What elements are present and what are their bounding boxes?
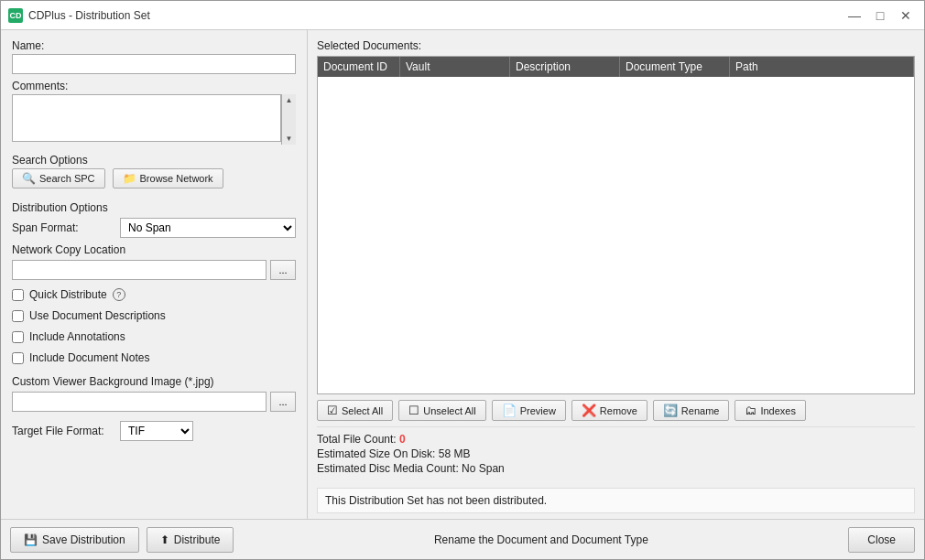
browse-network-icon: 📁: [123, 172, 136, 185]
dist-status-text: This Distribution Set has not been distr…: [325, 494, 547, 507]
select-all-icon: ☑: [327, 404, 338, 417]
indexes-icon: 🗂: [745, 404, 756, 417]
network-copy-input[interactable]: [12, 260, 267, 280]
target-format-select[interactable]: TIF PDF JPG: [120, 421, 193, 441]
quick-distribute-label: Quick Distribute: [29, 288, 107, 301]
search-spc-label: Search SPC: [39, 173, 95, 184]
distribute-label: Distribute: [174, 533, 221, 546]
preview-label: Preview: [520, 405, 556, 416]
distribute-icon: ⬆: [160, 533, 169, 546]
unselect-all-label: Unselect All: [423, 405, 475, 416]
quick-distribute-row: Quick Distribute ?: [12, 288, 296, 301]
main-window: CD CDPlus - Distribution Set — □ ✕ Name:…: [0, 0, 925, 560]
save-distribution-label: Save Distribution: [42, 533, 125, 546]
target-format-row: Target File Format: TIF PDF JPG: [12, 421, 296, 441]
network-copy-label: Network Copy Location: [12, 243, 296, 256]
help-icon[interactable]: ?: [113, 288, 125, 301]
indexes-button[interactable]: 🗂 Indexes: [735, 400, 806, 421]
comments-label: Comments:: [12, 80, 296, 92]
custom-viewer-browse-button[interactable]: ...: [270, 392, 296, 412]
close-titlebar-button[interactable]: ✕: [895, 6, 917, 25]
browse-network-button[interactable]: 📁 Browse Network: [113, 168, 223, 188]
name-label: Name:: [12, 39, 296, 52]
titlebar: CD CDPlus - Distribution Set — □ ✕: [1, 1, 924, 30]
save-distribution-button[interactable]: 💾 Save Distribution: [10, 527, 139, 553]
comments-input[interactable]: [12, 94, 281, 142]
estimated-size-row: Estimated Size On Disk: 58 MB: [317, 447, 915, 460]
distribution-status: This Distribution Set has not been distr…: [317, 488, 915, 513]
span-format-row: Span Format: No Span Single Disc Multi D…: [12, 218, 296, 238]
span-format-label: Span Format:: [12, 221, 113, 234]
use-doc-desc-row: Use Document Descriptions: [12, 309, 296, 322]
select-all-button[interactable]: ☑ Select All: [317, 400, 393, 421]
search-options-section: Search Options 🔍 Search SPC 📁 Browse Net…: [12, 150, 296, 188]
window-title: CDPlus - Distribution Set: [28, 9, 843, 22]
minimize-button[interactable]: —: [843, 6, 865, 25]
remove-icon: ❌: [582, 404, 596, 417]
estimated-disc-row: Estimated Disc Media Count: No Span: [317, 462, 915, 475]
search-options-buttons: 🔍 Search SPC 📁 Browse Network: [12, 168, 296, 188]
network-copy-browse-button[interactable]: ...: [270, 260, 296, 280]
span-format-select[interactable]: No Span Single Disc Multi Disc: [120, 218, 296, 238]
search-icon: 🔍: [22, 172, 36, 185]
search-spc-button[interactable]: 🔍 Search SPC: [12, 168, 105, 188]
preview-button[interactable]: 📄 Preview: [492, 400, 566, 421]
comments-scrollbar[interactable]: ▲ ▼: [281, 94, 296, 145]
search-options-label: Search Options: [12, 154, 296, 167]
name-field-group: Name:: [12, 39, 296, 74]
network-copy-row: ...: [12, 260, 296, 280]
custom-viewer-row: ...: [12, 392, 296, 412]
save-icon: 💾: [24, 533, 38, 546]
include-doc-notes-checkbox[interactable]: [12, 352, 24, 364]
comments-wrapper: ▲ ▼: [12, 94, 296, 145]
include-annotations-checkbox[interactable]: [12, 331, 24, 343]
rename-icon: 🔄: [663, 404, 678, 417]
table-header: Document ID Vault Description Document T…: [318, 57, 914, 77]
rename-label: Rename: [681, 405, 720, 416]
scroll-down-arrow[interactable]: ▼: [284, 133, 295, 145]
remove-button[interactable]: ❌ Remove: [571, 400, 648, 421]
column-header-doc-type: Document Type: [620, 57, 730, 77]
custom-viewer-section: Custom Viewer Background Image (*.jpg) .…: [12, 375, 296, 412]
close-button[interactable]: Close: [848, 527, 915, 553]
estimated-size-label: Estimated Size On Disk: 58 MB: [317, 447, 470, 460]
maximize-button[interactable]: □: [869, 6, 891, 25]
custom-viewer-label: Custom Viewer Background Image (*.jpg): [12, 375, 296, 388]
column-header-path: Path: [730, 57, 914, 77]
selected-docs-header: Selected Documents:: [317, 39, 915, 52]
total-file-count-row: Total File Count: 0: [317, 433, 915, 446]
scroll-up-arrow[interactable]: ▲: [284, 94, 295, 106]
remove-label: Remove: [600, 405, 637, 416]
distribution-options-label: Distribution Options: [12, 201, 296, 214]
include-annotations-row: Include Annotations: [12, 330, 296, 343]
estimated-disc-label: Estimated Disc Media Count: No Span: [317, 462, 505, 475]
use-doc-desc-checkbox[interactable]: [12, 310, 24, 322]
rename-button[interactable]: 🔄 Rename: [653, 400, 730, 421]
include-doc-notes-label: Include Document Notes: [29, 351, 149, 364]
left-panel: Name: Comments: ▲ ▼ Search Options: [1, 30, 308, 519]
app-icon: CD: [8, 8, 23, 23]
include-doc-notes-row: Include Document Notes: [12, 351, 296, 364]
column-header-doc-id: Document ID: [318, 57, 400, 77]
target-format-label: Target File Format:: [12, 425, 113, 437]
custom-viewer-input[interactable]: [12, 392, 267, 412]
action-bar: ☑ Select All ☐ Unselect All 📄 Preview ❌ …: [317, 400, 915, 421]
total-file-count-label: Total File Count: 0: [317, 433, 406, 446]
indexes-label: Indexes: [760, 405, 796, 416]
unselect-all-button[interactable]: ☐ Unselect All: [398, 400, 485, 421]
include-annotations-label: Include Annotations: [29, 330, 125, 343]
status-text: Rename the Document and Document Type: [241, 533, 841, 546]
name-input[interactable]: [12, 54, 296, 74]
quick-distribute-checkbox[interactable]: [12, 289, 24, 301]
column-header-vault: Vault: [400, 57, 510, 77]
titlebar-buttons: — □ ✕: [843, 6, 917, 25]
unselect-all-icon: ☐: [408, 404, 419, 417]
use-doc-desc-label: Use Document Descriptions: [29, 309, 166, 322]
distribute-button[interactable]: ⬆ Distribute: [147, 527, 234, 553]
bottom-bar: 💾 Save Distribution ⬆ Distribute Rename …: [1, 519, 924, 559]
table-body: [318, 77, 914, 393]
select-all-label: Select All: [342, 405, 383, 416]
browse-network-label: Browse Network: [140, 173, 213, 184]
distribution-options-section: Distribution Options Span Format: No Spa…: [12, 198, 296, 280]
right-panel: Selected Documents: Document ID Vault De…: [308, 30, 924, 519]
